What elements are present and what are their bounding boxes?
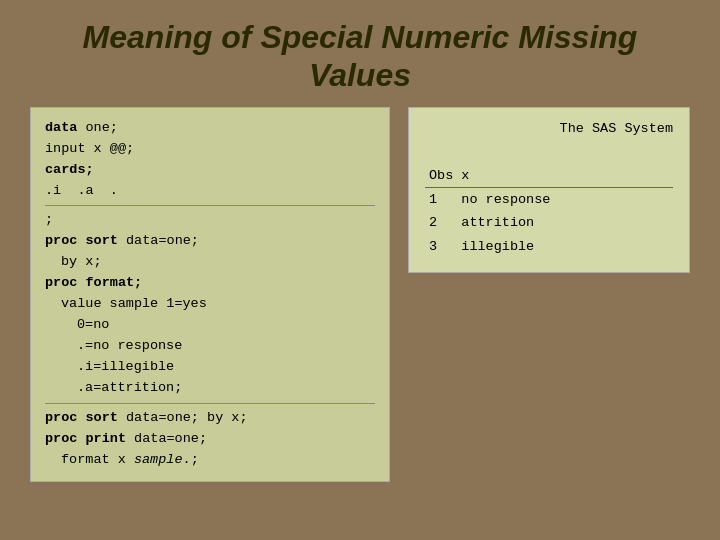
code-line-proc-sort1: proc sort data=one; bbox=[45, 231, 375, 252]
table-row: 1 no response bbox=[425, 187, 673, 211]
obs-1: 1 bbox=[425, 187, 457, 211]
code-line-input: input x @@; bbox=[45, 139, 375, 160]
code-line-data: data one; bbox=[45, 118, 375, 139]
output-panel: The SAS System Obs x 1 no response 2 att… bbox=[408, 107, 690, 274]
code-line-proc-print: proc print data=one; bbox=[45, 429, 375, 450]
code-line-dot-i: .i=illegible bbox=[45, 357, 375, 378]
col-header-x: x bbox=[457, 165, 673, 187]
code-line-dot-a: .a=attrition; bbox=[45, 378, 375, 399]
x-3: illegible bbox=[457, 235, 673, 259]
output-table: Obs x 1 no response 2 attrition 3 illegi… bbox=[425, 165, 673, 258]
table-row: 2 attrition bbox=[425, 211, 673, 235]
x-1: no response bbox=[457, 187, 673, 211]
code-line-value-sample: value sample 1=yes bbox=[45, 294, 375, 315]
obs-2: 2 bbox=[425, 211, 457, 235]
code-line-0no: 0=no bbox=[45, 315, 375, 336]
code-line-format-x: format x sample.; bbox=[45, 450, 375, 471]
table-row: 3 illegible bbox=[425, 235, 673, 259]
code-line-dot-no-resp: .=no response bbox=[45, 336, 375, 357]
output-system-title: The SAS System bbox=[425, 118, 673, 140]
code-line-proc-format: proc format; bbox=[45, 273, 375, 294]
code-line-semicolon: ; bbox=[45, 210, 375, 231]
code-line-data-values: .i .a . bbox=[45, 181, 375, 202]
code-line-cards: cards; bbox=[45, 160, 375, 181]
code-line-by-x: by x; bbox=[45, 252, 375, 273]
obs-3: 3 bbox=[425, 235, 457, 259]
x-2: attrition bbox=[457, 211, 673, 235]
code-line-proc-sort2: proc sort data=one; by x; bbox=[45, 408, 375, 429]
title: Meaning of Special Numeric Missing Value… bbox=[0, 0, 720, 107]
code-panel: data one; input x @@; cards; .i .a . ; p… bbox=[30, 107, 390, 482]
col-header-obs: Obs bbox=[425, 165, 457, 187]
